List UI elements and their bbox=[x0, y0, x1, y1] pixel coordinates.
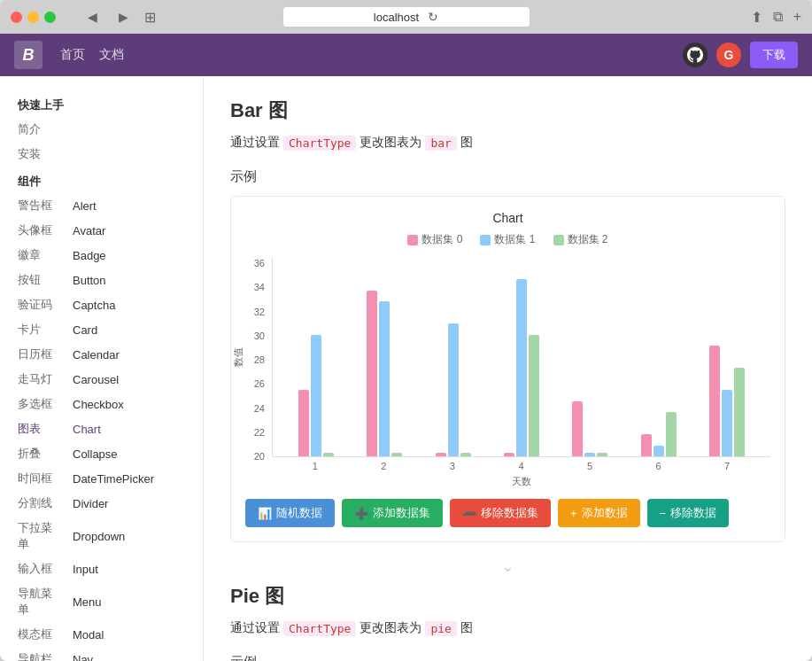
back-button[interactable]: ◀ bbox=[84, 8, 101, 26]
maximize-button[interactable] bbox=[44, 12, 56, 23]
sidebar-menu-en: Menu bbox=[73, 595, 102, 609]
sidebar-calendar-zh: 日历框 bbox=[18, 346, 62, 362]
charttype-code: ChartType bbox=[283, 136, 356, 151]
share-icon[interactable]: ⬆ bbox=[751, 9, 762, 26]
sidebar-item-button[interactable]: 按钮 Button bbox=[0, 268, 203, 292]
minimize-button[interactable] bbox=[27, 12, 39, 23]
bar-0-1 bbox=[311, 335, 321, 457]
bars-area: 数值 bbox=[272, 258, 770, 457]
sidebar-item-card[interactable]: 卡片 Card bbox=[0, 317, 203, 342]
sidebar-button-zh: 按钮 bbox=[18, 272, 62, 288]
close-button[interactable] bbox=[11, 12, 22, 23]
sidebar-item-intro-zh: 简介 bbox=[18, 121, 62, 137]
add-data-button[interactable]: + 添加数据 bbox=[558, 499, 640, 527]
legend-item-1: 数据集 1 bbox=[480, 232, 535, 247]
legend-item-0: 数据集 0 bbox=[407, 232, 462, 247]
sidebar-item-avatar[interactable]: 头像框 Avatar bbox=[0, 218, 203, 243]
bar-4-2 bbox=[597, 453, 607, 456]
random-data-button[interactable]: 📊 随机数据 bbox=[245, 499, 335, 527]
refresh-button[interactable]: ↻ bbox=[428, 10, 438, 24]
sidebar-avatar-zh: 头像框 bbox=[18, 222, 62, 238]
window-controls bbox=[11, 12, 56, 23]
bar-6-2 bbox=[734, 368, 745, 456]
sidebar-card-zh: 卡片 bbox=[18, 322, 62, 338]
sidebar-item-menu[interactable]: 导航菜单 Menu bbox=[0, 581, 203, 622]
bar-2-1 bbox=[448, 323, 459, 456]
add-data-icon: + bbox=[570, 507, 577, 520]
remove-data-button[interactable]: − 移除数据 bbox=[647, 499, 730, 527]
sidebar-item-checkbox[interactable]: 多选框 Checkbox bbox=[0, 392, 203, 416]
sidebar-item-install[interactable]: 安装 bbox=[0, 142, 203, 167]
forward-button[interactable]: ▶ bbox=[115, 8, 132, 26]
sidebar-item-dropdown[interactable]: 下拉菜单 Dropdown bbox=[0, 516, 203, 556]
bar-6-1 bbox=[722, 390, 732, 456]
sidebar-item-nav[interactable]: 导航栏 Nav bbox=[0, 647, 203, 661]
titlebar-right: ⬆ ⧉ + bbox=[746, 9, 801, 26]
sidebar-item-alert[interactable]: 警告框 Alert bbox=[0, 193, 203, 218]
grid-icon[interactable]: ⊞ bbox=[144, 9, 156, 26]
brand-logo: B bbox=[14, 41, 43, 69]
bar-1-0 bbox=[367, 291, 377, 457]
legend-dot-2 bbox=[553, 235, 564, 245]
sidebar-item-captcha[interactable]: 验证码 Captcha bbox=[0, 292, 203, 317]
sidebar-item-input[interactable]: 输入框 Input bbox=[0, 556, 203, 581]
sidebar-item-collapse[interactable]: 折叠 Collapse bbox=[0, 441, 203, 466]
sidebar-item-carousel[interactable]: 走马灯 Carousel bbox=[0, 367, 203, 392]
sidebar-captcha-en: Captcha bbox=[73, 299, 115, 312]
x-axis: 1 2 3 4 5 6 7 bbox=[272, 457, 770, 471]
nav-docs[interactable]: 文档 bbox=[99, 47, 124, 63]
bar-group-3 bbox=[487, 279, 555, 456]
bar-section-title: Bar 图 bbox=[230, 97, 785, 124]
navbar: B 首页 文档 G 下载 bbox=[0, 34, 812, 76]
sidebar-avatar-en: Avatar bbox=[73, 224, 105, 237]
sidebar-calendar-en: Calendar bbox=[73, 348, 120, 362]
add-tab-button[interactable]: + bbox=[793, 9, 801, 26]
chart-container: Chart 数据集 0 数据集 1 数据集 2 bbox=[230, 196, 785, 542]
user-icon[interactable]: G bbox=[716, 43, 741, 67]
github-icon[interactable] bbox=[683, 43, 708, 67]
bar-2-2 bbox=[460, 453, 471, 456]
duplicate-icon[interactable]: ⧉ bbox=[773, 9, 783, 26]
sidebar-button-en: Button bbox=[73, 274, 106, 287]
sidebar-chart-en: Chart bbox=[73, 423, 101, 436]
y-axis: 36 34 32 30 28 26 24 22 20 bbox=[245, 258, 272, 488]
chart-svg-area: 36 34 32 30 28 26 24 22 20 数值 bbox=[245, 258, 770, 488]
bar-group-6 bbox=[693, 346, 762, 456]
bar-group-5 bbox=[624, 412, 692, 456]
sidebar-item-badge[interactable]: 徽章 Badge bbox=[0, 243, 203, 268]
plus-icon: ➕ bbox=[354, 507, 368, 520]
chart-body: 数值 1 2 3 4 5 6 7 天数 bbox=[272, 258, 770, 488]
sidebar-item-datetimepicker[interactable]: 时间框 DateTimePicker bbox=[0, 466, 203, 491]
download-button[interactable]: 下载 bbox=[750, 42, 798, 68]
add-dataset-button[interactable]: ➕ 添加数据集 bbox=[342, 499, 443, 527]
sidebar-badge-en: Badge bbox=[73, 249, 106, 262]
sidebar-collapse-zh: 折叠 bbox=[18, 446, 62, 462]
pie-section-title: Pie 图 bbox=[230, 583, 785, 610]
legend-label-1: 数据集 1 bbox=[494, 232, 535, 247]
sidebar-item-chart[interactable]: 图表 Chart bbox=[0, 416, 203, 441]
sidebar-item-divider[interactable]: 分割线 Divider bbox=[0, 491, 203, 516]
components-title: 组件 bbox=[0, 167, 203, 193]
sidebar-item-calendar[interactable]: 日历框 Calendar bbox=[0, 342, 203, 367]
address-bar[interactable]: localhost ↻ bbox=[282, 6, 530, 27]
bar-4-0 bbox=[572, 401, 583, 457]
app-window: ◀ ▶ ⊞ localhost ↻ ⬆ ⧉ + B 首页 文档 G bbox=[0, 0, 812, 661]
y-axis-label: 数值 bbox=[232, 347, 245, 367]
sidebar-item-intro[interactable]: 简介 bbox=[0, 117, 203, 142]
remove-data-icon: − bbox=[660, 507, 667, 520]
sidebar-card-en: Card bbox=[73, 323, 97, 337]
sidebar-modal-zh: 模态框 bbox=[18, 626, 62, 642]
bar-5-0 bbox=[641, 434, 652, 456]
remove-dataset-button[interactable]: ➖ 移除数据集 bbox=[450, 499, 551, 527]
sidebar-carousel-en: Carousel bbox=[73, 373, 119, 386]
quick-start-title: 快速上手 bbox=[0, 90, 203, 117]
bar-description: 通过设置 ChartType 更改图表为 bar 图 bbox=[230, 135, 785, 151]
bar-5-1 bbox=[653, 446, 664, 457]
charttype-code-pie: ChartType bbox=[283, 621, 356, 636]
pie-example-label: 示例 bbox=[230, 654, 785, 661]
nav-home[interactable]: 首页 bbox=[60, 47, 85, 63]
legend-dot-1 bbox=[480, 235, 491, 245]
sidebar-checkbox-en: Checkbox bbox=[73, 398, 124, 411]
sidebar-item-modal[interactable]: 模态框 Modal bbox=[0, 622, 203, 647]
sidebar-carousel-zh: 走马灯 bbox=[18, 371, 62, 387]
